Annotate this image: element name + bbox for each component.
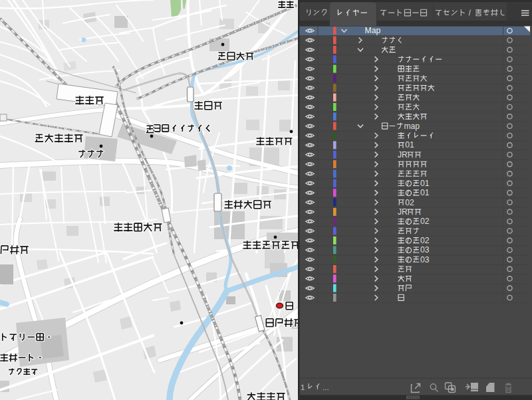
svg-text:03: 03 (420, 245, 430, 254)
svg-text:01: 01 (405, 140, 414, 150)
svg-text:...: ... (323, 383, 329, 391)
svg-text:JR: JR (398, 150, 408, 159)
svg-text:01: 01 (420, 179, 430, 188)
svg-text:1: 1 (301, 383, 305, 391)
svg-text:02: 02 (405, 198, 414, 207)
svg-text:01: 01 (420, 188, 430, 197)
svg-text:03: 03 (420, 255, 430, 264)
svg-text:02: 02 (420, 217, 430, 226)
svg-text:02: 02 (420, 236, 430, 245)
svg-text:map: map (404, 122, 420, 131)
svg-text:JR: JR (398, 207, 408, 217)
svg-text:Map: Map (365, 26, 381, 35)
